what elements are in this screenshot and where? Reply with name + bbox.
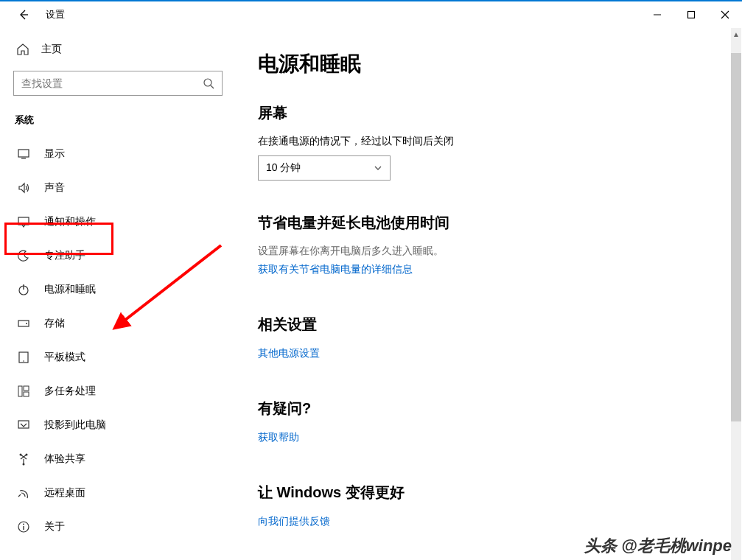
home-icon xyxy=(16,43,31,56)
sidebar-item-notifications[interactable]: 通知和操作 xyxy=(0,205,236,239)
back-arrow-icon xyxy=(18,9,29,21)
close-button[interactable] xyxy=(708,1,742,28)
sidebar-item-storage[interactable]: 存储 xyxy=(0,307,236,340)
section-heading: 相关设置 xyxy=(258,315,720,335)
sidebar-item-label: 声音 xyxy=(44,181,65,195)
svg-point-8 xyxy=(23,360,24,362)
search-icon xyxy=(203,77,214,89)
tablet-icon xyxy=(16,351,31,364)
minimize-icon xyxy=(653,10,662,19)
storage-icon xyxy=(16,317,31,330)
home-nav[interactable]: 主页 xyxy=(0,35,236,63)
get-help-link[interactable]: 获取帮助 xyxy=(258,431,299,444)
sidebar-item-tablet[interactable]: 平板模式 xyxy=(0,340,236,374)
dropdown-value: 10 分钟 xyxy=(266,161,301,175)
svg-point-1 xyxy=(204,79,211,86)
close-icon xyxy=(721,10,729,19)
focus-icon xyxy=(16,249,31,262)
svg-rect-11 xyxy=(24,392,29,396)
section-battery: 节省电量并延长电池使用时间 设置屏幕在你离开电脑后多久进入睡眠。 获取有关节省电… xyxy=(258,213,720,282)
multitask-icon xyxy=(16,385,31,398)
sidebar: 主页 系统 显示 声音 通知和操作 专注助手 电源和睡眠 xyxy=(0,28,236,560)
svg-point-17 xyxy=(23,524,24,525)
sidebar-item-label: 投影到此电脑 xyxy=(44,419,106,432)
back-button[interactable] xyxy=(15,9,32,21)
section-related: 相关设置 其他电源设置 xyxy=(258,315,720,366)
svg-rect-9 xyxy=(18,386,22,396)
sidebar-item-label: 远程桌面 xyxy=(44,486,85,500)
sidebar-item-remote[interactable]: 远程桌面 xyxy=(0,476,236,510)
maximize-button[interactable] xyxy=(674,1,708,28)
sidebar-item-power[interactable]: 电源和睡眠 xyxy=(0,273,236,307)
svg-rect-10 xyxy=(24,386,29,391)
titlebar: 设置 xyxy=(0,1,742,28)
section-question: 有疑问? 获取帮助 xyxy=(258,399,720,450)
svg-rect-3 xyxy=(18,217,29,225)
shared-icon xyxy=(16,452,31,466)
maximize-icon xyxy=(687,10,696,19)
sidebar-item-label: 显示 xyxy=(44,147,65,161)
search-input[interactable] xyxy=(21,77,203,89)
sidebar-item-label: 体验共享 xyxy=(44,452,85,466)
sidebar-item-sound[interactable]: 声音 xyxy=(0,171,236,205)
sidebar-item-label: 通知和操作 xyxy=(44,215,96,228)
section-improve: 让 Windows 变得更好 向我们提供反馈 xyxy=(258,483,720,534)
scrollbar-thumb[interactable] xyxy=(731,53,741,421)
scrollbar[interactable]: ▲ xyxy=(731,28,741,560)
window-controls xyxy=(640,1,742,28)
section-heading: 让 Windows 变得更好 xyxy=(258,483,720,503)
watermark-text: 头条 @老毛桃winpe xyxy=(584,535,732,557)
sidebar-item-multitask[interactable]: 多任务处理 xyxy=(0,374,236,408)
sidebar-item-display[interactable]: 显示 xyxy=(0,137,236,171)
feedback-link[interactable]: 向我们提供反馈 xyxy=(258,515,330,528)
section-screen: 屏幕 在接通电源的情况下，经过以下时间后关闭 10 分钟 xyxy=(258,103,720,181)
sidebar-item-label: 存储 xyxy=(44,317,65,330)
projecting-icon xyxy=(16,419,31,432)
sidebar-item-label: 专注助手 xyxy=(44,249,85,262)
page-title: 电源和睡眠 xyxy=(258,50,720,78)
minimize-button[interactable] xyxy=(640,1,674,28)
sidebar-item-label: 多任务处理 xyxy=(44,385,96,398)
display-icon xyxy=(16,147,31,161)
svg-point-13 xyxy=(20,454,22,456)
svg-point-6 xyxy=(26,323,27,324)
content-pane: 电源和睡眠 屏幕 在接通电源的情况下，经过以下时间后关闭 10 分钟 节省电量并… xyxy=(236,28,742,560)
svg-rect-2 xyxy=(18,150,29,157)
svg-point-15 xyxy=(23,463,25,466)
scroll-up-icon[interactable]: ▲ xyxy=(731,28,741,40)
sound-icon xyxy=(16,181,31,195)
sidebar-item-about[interactable]: 关于 xyxy=(0,510,236,544)
svg-rect-0 xyxy=(688,12,695,18)
search-box[interactable] xyxy=(13,71,223,96)
section-description: 设置屏幕在你离开电脑后多久进入睡眠。 xyxy=(258,245,720,258)
section-heading: 有疑问? xyxy=(258,399,720,419)
about-icon xyxy=(16,520,31,533)
sidebar-item-focus[interactable]: 专注助手 xyxy=(0,239,236,273)
sidebar-item-shared[interactable]: 体验共享 xyxy=(0,442,236,476)
screen-timeout-dropdown[interactable]: 10 分钟 xyxy=(258,155,391,181)
section-heading: 节省电量并延长电池使用时间 xyxy=(258,213,720,233)
chevron-down-icon xyxy=(374,164,382,172)
sidebar-item-projecting[interactable]: 投影到此电脑 xyxy=(0,408,236,442)
other-power-link[interactable]: 其他电源设置 xyxy=(258,347,320,360)
remote-icon xyxy=(16,486,31,500)
section-heading: 屏幕 xyxy=(258,103,720,123)
home-label: 主页 xyxy=(41,43,62,56)
dropdown-label: 在接通电源的情况下，经过以下时间后关闭 xyxy=(258,135,720,148)
sidebar-item-label: 关于 xyxy=(44,520,65,533)
battery-info-link[interactable]: 获取有关节省电脑电量的详细信息 xyxy=(258,263,413,276)
sidebar-item-label: 平板模式 xyxy=(44,351,85,364)
notifications-icon xyxy=(16,215,31,228)
window-title: 设置 xyxy=(46,8,65,21)
sidebar-section-label: 系统 xyxy=(0,109,236,137)
svg-point-14 xyxy=(26,454,28,456)
power-icon xyxy=(16,283,31,296)
sidebar-item-label: 电源和睡眠 xyxy=(44,283,96,296)
